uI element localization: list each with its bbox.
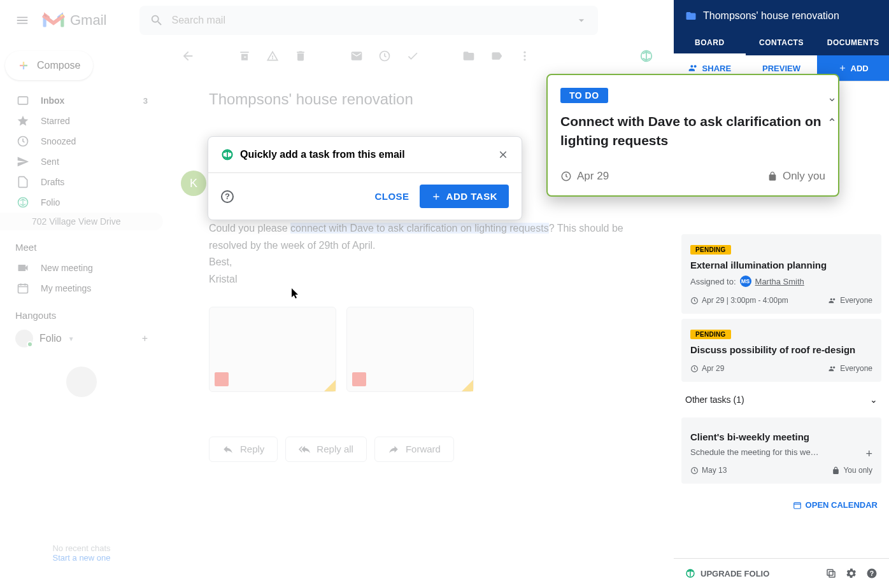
moveto-icon[interactable] bbox=[462, 50, 475, 62]
folio-toolbar-icon[interactable] bbox=[639, 49, 653, 63]
snooze-icon[interactable] bbox=[378, 50, 391, 62]
nav-my-meetings[interactable]: My meetings bbox=[0, 278, 163, 298]
gmail-text: Gmail bbox=[70, 12, 106, 29]
chevron-down-icon: ⌄ bbox=[870, 395, 878, 405]
compose-button[interactable]: Compose bbox=[5, 51, 93, 80]
archive-icon[interactable] bbox=[238, 50, 251, 62]
search-icon bbox=[150, 13, 164, 27]
forward-icon bbox=[388, 444, 399, 455]
compose-label: Compose bbox=[37, 60, 80, 71]
popup-help-icon[interactable]: ? bbox=[221, 190, 234, 203]
expand-icon[interactable]: ⌃ bbox=[827, 116, 837, 130]
sent-icon bbox=[17, 155, 29, 168]
nav-new-meeting[interactable]: New meeting bbox=[0, 258, 163, 278]
tab-board[interactable]: BOARD bbox=[674, 32, 746, 55]
drafts-icon bbox=[17, 176, 29, 188]
tab-contacts[interactable]: CONTACTS bbox=[746, 32, 818, 55]
nav-folio[interactable]: Folio bbox=[0, 192, 163, 213]
tab-documents[interactable]: DOCUMENTS bbox=[817, 32, 889, 55]
task-subtitle: Schedule the meeting for this we… + bbox=[690, 447, 872, 457]
lock-icon bbox=[767, 171, 778, 181]
svg-rect-27 bbox=[793, 502, 800, 508]
reply-all-icon bbox=[299, 444, 310, 455]
image-badge-icon bbox=[352, 372, 366, 386]
other-tasks-row[interactable]: Other tasks (1) ⌄ bbox=[674, 387, 889, 412]
assignee-avatar: MS bbox=[740, 276, 751, 287]
no-chats-text: No recent chats Start a new one bbox=[0, 543, 163, 563]
collapse-icon[interactable]: ⌄ bbox=[827, 90, 837, 104]
people-icon bbox=[829, 297, 837, 305]
search-input[interactable] bbox=[171, 15, 575, 26]
calendar-icon bbox=[793, 501, 802, 510]
nav-folio-project[interactable]: 702 Village View Drive bbox=[0, 213, 163, 230]
hangouts-user[interactable]: Folio ▼ + bbox=[0, 326, 163, 351]
attachment-1[interactable] bbox=[209, 307, 336, 392]
folio-popup-icon bbox=[221, 148, 234, 161]
email-toolbar bbox=[163, 41, 674, 71]
hangouts-add-icon[interactable]: + bbox=[142, 333, 148, 344]
expand-plus-icon[interactable]: + bbox=[865, 447, 872, 461]
settings-icon[interactable] bbox=[846, 568, 857, 579]
copy-icon[interactable] bbox=[825, 568, 837, 579]
trash-icon[interactable] bbox=[294, 50, 307, 62]
highlighted-text[interactable]: connect with Dave to ask clarification o… bbox=[290, 223, 549, 234]
task-card-other[interactable]: Client's bi-weekly meeting Schedule the … bbox=[681, 417, 881, 484]
svg-rect-29 bbox=[829, 571, 835, 577]
folio-bottom-icon bbox=[685, 568, 695, 578]
add-task-popup: Quickly add a task from this email ? CLO… bbox=[208, 136, 522, 220]
nav-inbox[interactable]: Inbox 3 bbox=[0, 90, 163, 111]
new-task-card[interactable]: TO DO ⌄ ⌃ Connect with Dave to ask clari… bbox=[546, 74, 839, 197]
plus-icon bbox=[431, 192, 441, 202]
task-assignee: Assigned to: MS Martha Smith bbox=[690, 276, 872, 287]
attachment-2[interactable] bbox=[346, 307, 474, 392]
task-privacy: Only you bbox=[767, 170, 825, 183]
help-bottom-icon[interactable]: ? bbox=[866, 568, 878, 579]
open-calendar-button[interactable]: OPEN CALENDAR bbox=[674, 489, 889, 521]
reply-icon bbox=[222, 444, 234, 455]
search-bar[interactable] bbox=[139, 6, 598, 35]
hangouts-section-label: Hangouts bbox=[0, 298, 163, 326]
clock-icon bbox=[690, 365, 699, 373]
people-icon bbox=[829, 365, 837, 373]
hangouts-avatar bbox=[15, 330, 33, 347]
task-card-1[interactable]: PENDING External illumination planning A… bbox=[681, 234, 881, 314]
task-icon[interactable] bbox=[406, 50, 419, 62]
search-dropdown-icon[interactable] bbox=[575, 14, 588, 27]
panel-header: Thompsons' house renovation bbox=[674, 0, 889, 32]
nav-drafts[interactable]: Drafts bbox=[0, 172, 163, 192]
calendar-icon bbox=[17, 282, 29, 295]
popup-close-button[interactable]: CLOSE bbox=[374, 191, 409, 202]
more-icon[interactable] bbox=[518, 50, 531, 62]
task-privacy: Everyone bbox=[829, 296, 872, 305]
forward-button[interactable]: Forward bbox=[374, 437, 454, 462]
upgrade-folio-button[interactable]: UPGRADE FOLIO bbox=[701, 569, 769, 578]
nav-snoozed[interactable]: Snoozed bbox=[0, 131, 163, 151]
svg-point-18 bbox=[523, 52, 525, 53]
gmail-logo[interactable]: Gmail bbox=[42, 11, 106, 29]
nav-starred[interactable]: Starred bbox=[0, 111, 163, 131]
popup-close-icon[interactable] bbox=[497, 149, 509, 160]
share-icon bbox=[688, 63, 699, 73]
popup-add-task-button[interactable]: ADD TASK bbox=[420, 185, 509, 208]
reply-button[interactable]: Reply bbox=[209, 437, 278, 462]
unread-icon[interactable] bbox=[350, 50, 363, 62]
label-icon[interactable] bbox=[490, 50, 503, 62]
menu-button[interactable] bbox=[10, 8, 34, 32]
start-new-chat[interactable]: Start a new one bbox=[0, 553, 163, 563]
svg-point-19 bbox=[523, 55, 525, 57]
video-icon bbox=[17, 262, 29, 274]
back-icon[interactable] bbox=[181, 49, 195, 63]
svg-rect-30 bbox=[827, 570, 833, 575]
spam-icon[interactable] bbox=[266, 50, 279, 62]
nav-sent[interactable]: Sent bbox=[0, 151, 163, 172]
reply-all-button[interactable]: Reply all bbox=[285, 437, 367, 462]
folder-icon bbox=[685, 10, 697, 22]
image-badge-icon bbox=[215, 372, 229, 386]
clock-icon bbox=[17, 135, 29, 148]
todo-badge: TO DO bbox=[560, 88, 608, 103]
task-title: Discuss possibility of roof re-design bbox=[690, 344, 872, 355]
star-icon bbox=[17, 115, 29, 127]
task-card-2[interactable]: PENDING Discuss possibility of roof re-d… bbox=[681, 319, 881, 382]
svg-text:?: ? bbox=[870, 570, 874, 577]
clock-icon bbox=[560, 171, 572, 182]
